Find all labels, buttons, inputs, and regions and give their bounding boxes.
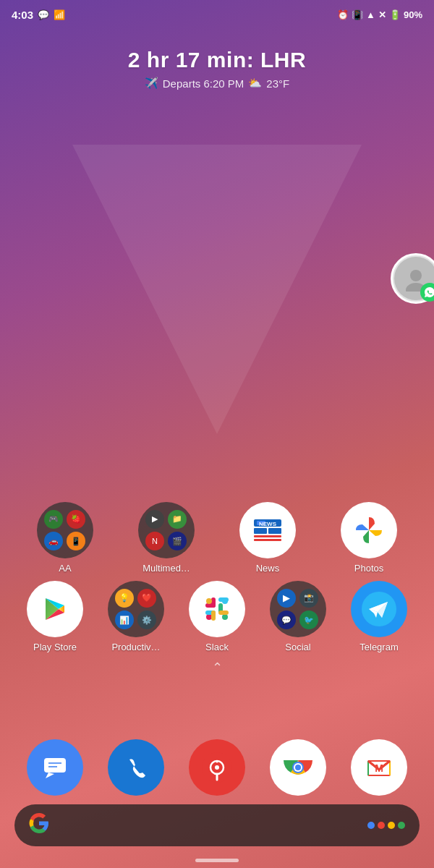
multimedia-icon: ▶ 📁 N 🎬 [138, 502, 195, 558]
vibrate-icon: 📳 [352, 9, 363, 20]
app-item-aa[interactable]: 🎮 🍓 🚗 📱 AA [29, 502, 101, 574]
app-grid: 🎮 🍓 🚗 📱 AA ▶ 📁 N 🎬 Multimed… [0, 502, 434, 680]
svg-point-31 [216, 761, 218, 763]
wifi-icon: ▲ [366, 9, 375, 20]
dock-gmail[interactable]: M [351, 739, 407, 796]
battery-percent: 90% [404, 9, 422, 20]
whatsapp-badge [420, 283, 434, 302]
app-item-social[interactable]: ▶ 📸 💬 🐦 Social [262, 581, 334, 652]
svg-text:M: M [375, 762, 383, 774]
search-bar[interactable] [14, 804, 420, 846]
slack-label: Slack [205, 642, 229, 652]
app-item-photos[interactable]: Photos [333, 502, 405, 574]
fi-icon: 📶 [54, 9, 65, 20]
weather-icon: ⛅ [248, 77, 262, 90]
svg-point-23 [206, 598, 212, 604]
dock: M [0, 739, 434, 796]
playstore-icon [27, 581, 83, 637]
dot-blue [367, 822, 375, 829]
departs-text: Departs 6:20 PM [163, 77, 244, 90]
app-item-telegram[interactable]: Telegram [343, 581, 415, 652]
productivity-label: Productiv… [111, 642, 160, 652]
whatsapp-icon: 💬 [38, 9, 49, 20]
svg-point-0 [410, 270, 422, 281]
plane-icon: ✈️ [145, 77, 158, 90]
app-item-news[interactable]: NEWS News [231, 502, 304, 574]
status-right: ⏰ 📳 ▲ ✕ 🔋 90% [337, 9, 422, 20]
signal-icon: ✕ [378, 9, 386, 20]
travel-subtitle: ✈️ Departs 6:20 PM ⛅ 23°F [14, 77, 420, 90]
google-assistant-dots[interactable] [367, 822, 405, 829]
dock-podcast[interactable] [189, 739, 245, 796]
app-item-slack[interactable]: Slack [181, 581, 253, 652]
news-label: News [256, 563, 280, 574]
svg-rect-4 [268, 528, 281, 534]
multimedia-label: Multimed… [142, 563, 190, 574]
dot-red [378, 822, 385, 829]
svg-rect-18 [218, 597, 229, 602]
app-item-playstore[interactable]: Play Store [19, 581, 91, 652]
dock-phone[interactable] [108, 739, 164, 796]
status-time: 4:03 [12, 9, 33, 21]
svg-rect-14 [205, 603, 216, 608]
aa-icon: 🎮 🍓 🚗 📱 [37, 502, 93, 558]
svg-point-20 [222, 614, 228, 620]
telegram-label: Telegram [359, 642, 398, 652]
social-label: Social [285, 642, 310, 652]
aa-label: AA [59, 563, 71, 574]
slack-icon [189, 581, 245, 637]
app-row-1: 🎮 🍓 🚗 📱 AA ▶ 📁 N 🎬 Multimed… [14, 502, 420, 574]
google-g-icon [29, 813, 49, 838]
playstore-label: Play Store [33, 642, 77, 652]
travel-title: 2 hr 17 min: LHR [14, 48, 420, 72]
light-beam [72, 145, 362, 434]
svg-rect-25 [44, 758, 66, 773]
social-icon: ▶ 📸 💬 🐦 [270, 581, 326, 637]
svg-point-15 [206, 614, 212, 620]
alarm-icon: ⏰ [337, 9, 349, 20]
app-row-2: Play Store 💡 ❤️ 📊 ⚙️ Productiv… [14, 581, 420, 652]
travel-info: 2 hr 17 min: LHR ✈️ Departs 6:20 PM ⛅ 23… [0, 48, 434, 90]
photos-label: Photos [354, 563, 383, 574]
svg-point-36 [295, 765, 301, 770]
dock-chrome[interactable] [270, 739, 326, 796]
productivity-icon: 💡 ❤️ 📊 ⚙️ [108, 581, 164, 637]
dock-arrow: ⌃ [14, 660, 420, 676]
status-bar: 4:03 💬 📶 ⏰ 📳 ▲ ✕ 🔋 90% [0, 0, 434, 26]
svg-rect-21 [218, 610, 229, 615]
photos-icon [341, 502, 397, 558]
svg-rect-5 [254, 535, 281, 537]
svg-text:NEWS: NEWS [259, 521, 277, 527]
dot-green [398, 822, 405, 829]
svg-rect-6 [254, 539, 281, 541]
dot-yellow [388, 822, 395, 829]
telegram-icon [351, 581, 407, 637]
temp-text: 23°F [266, 77, 289, 90]
float-contact-bubble[interactable] [391, 253, 434, 304]
svg-rect-3 [254, 528, 267, 534]
home-indicator[interactable] [195, 859, 239, 862]
app-item-multimedia[interactable]: ▶ 📁 N 🎬 Multimed… [130, 502, 203, 574]
svg-point-30 [215, 765, 219, 770]
status-left: 4:03 💬 📶 [12, 9, 65, 21]
svg-rect-22 [211, 610, 216, 621]
battery-icon: 🔋 [389, 9, 401, 20]
dock-messages[interactable] [27, 739, 83, 796]
app-item-productivity[interactable]: 💡 ❤️ 📊 ⚙️ Productiv… [100, 581, 172, 652]
news-icon: NEWS [239, 502, 296, 558]
